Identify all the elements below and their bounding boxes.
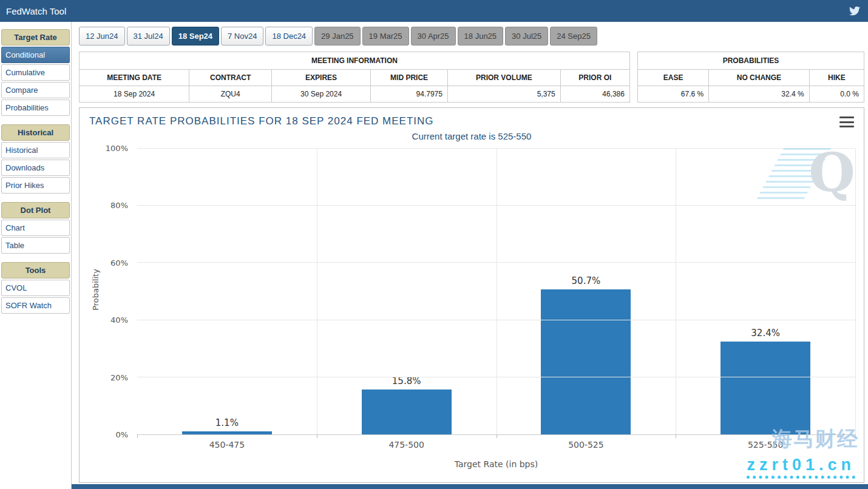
prob-value-0-0: 0.0 % [810,86,864,102]
sidebar-item-chart[interactable]: Chart [1,220,70,236]
meeting-information-value-row: 18 Sep 2024ZQU430 Sep 202494.79755,37546… [80,86,629,102]
plot-area: 1.1%15.8%50.7%32.4% [137,149,855,435]
chart-context-menu-icon[interactable] [839,116,854,127]
main-content: 12 Jun2431 Jul2418 Sep247 Nov2418 Dec242… [72,22,868,489]
y-tick-0: 0% [115,430,128,439]
sidebar-item-sofr-watch[interactable]: SOFR Watch [1,297,70,314]
y-axis-labels: 0%20%40%60%80%100% [86,149,133,435]
bar-500-525[interactable] [541,289,631,434]
sidebar-item-historical[interactable]: Historical [1,142,70,158]
y-tick-100: 100% [106,144,128,153]
bar-475-500[interactable] [362,390,452,434]
bar-value-label-450-475: 1.1% [137,417,317,428]
app-title: FedWatch Tool [6,6,66,16]
x-category-450-475: 450-475 [137,440,317,452]
meeting-tabs: 12 Jun2431 Jul2418 Sep247 Nov2418 Dec242… [79,27,864,46]
mi-header-mid-price: MID PRICE [371,70,448,86]
site-watermark-line1: 海马财经 [771,425,859,453]
site-watermark-line2: zzrt01.cn [747,456,855,479]
probabilities-header-row: EASENO CHANGEHIKE [638,70,864,86]
mi-header-prior-volume: PRIOR VOLUME [448,70,561,86]
mi-value-18-sep-2024: 18 Sep 2024 [80,86,189,102]
gridline-v [317,149,317,434]
prob-value-32-4: 32.4 % [709,86,810,102]
sidebar-header-tools: Tools [1,262,70,278]
sidebar-item-downloads[interactable]: Downloads [1,160,70,176]
sidebar-item-conditional[interactable]: Conditional [1,47,70,63]
meeting-information-title: MEETING INFORMATION [80,52,629,70]
sidebar-nav: Target RateConditionalCumulativeCompareP… [0,22,72,489]
tab-30-jul25[interactable]: 30 Jul25 [505,27,548,46]
sidebar-item-table[interactable]: Table [1,237,70,254]
mi-value-30-sep-2024: 30 Sep 2024 [272,86,371,102]
x-axis-category-labels: 450-475475-500500-525525-550 [137,440,855,452]
bar-value-label-525-550: 32.4% [676,328,855,339]
x-tick-mark [497,434,497,438]
tab-24-sep25[interactable]: 24 Sep25 [550,27,597,46]
chart-panel: TARGET RATE PROBABILITIES FOR 18 SEP 202… [79,107,864,483]
chart-subtitle: Current target rate is 525-550 [80,129,864,143]
probabilities-value-row: 67.6 %32.4 %0.0 % [638,86,864,102]
gridline-v [855,149,856,434]
x-tick-mark [317,434,317,438]
x-tick-mark [137,434,138,438]
prob-value-67-6: 67.6 % [638,86,709,102]
mi-value-46-386: 46,386 [561,86,629,102]
chart-body: Probability 0%20%40%60%80%100% 1.1%15.8%… [86,144,858,480]
info-tables-row: MEETING INFORMATION MEETING DATECONTRACT… [79,52,864,103]
tab-29-jan25[interactable]: 29 Jan25 [314,27,361,46]
prob-header-ease: EASE [638,70,709,86]
bar-value-label-500-525: 50.7% [497,275,676,286]
mi-value-5-375: 5,375 [448,86,561,102]
sidebar-item-cvol[interactable]: CVOL [1,280,70,296]
gridline-v [676,149,676,434]
sidebar-item-probabilities[interactable]: Probabilities [1,99,70,116]
mi-value-zqu4: ZQU4 [189,86,272,102]
y-tick-60: 60% [110,258,128,268]
top-bar: FedWatch Tool [0,0,868,22]
q-logo-watermark: Q [809,146,855,199]
y-tick-40: 40% [110,315,128,325]
y-tick-80: 80% [110,201,128,210]
probabilities-title: PROBABILITIES [638,52,864,70]
sidebar-header-target-rate: Target Rate [1,29,70,46]
twitter-icon[interactable] [847,4,862,18]
mi-value-94-7975: 94.7975 [371,86,448,102]
x-category-500-525: 500-525 [497,440,676,452]
sidebar-item-cumulative[interactable]: Cumulative [1,64,70,81]
tab-19-mar25[interactable]: 19 Mar25 [362,27,409,46]
y-tick-20: 20% [110,373,128,382]
mi-header-prior-oi: PRIOR OI [561,70,629,86]
tab-18-dec24[interactable]: 18 Dec24 [265,27,313,46]
gridline-v [497,149,497,434]
sidebar-header-historical: Historical [1,124,70,141]
prob-header-hike: HIKE [810,70,864,86]
tab-18-jun25[interactable]: 18 Jun25 [458,27,504,46]
tab-7-nov24[interactable]: 7 Nov24 [221,27,263,46]
tab-30-apr25[interactable]: 30 Apr25 [411,27,456,46]
bar-525-550[interactable] [721,342,810,434]
bar-450-475[interactable] [182,431,272,434]
tab-18-sep24[interactable]: 18 Sep24 [172,27,219,46]
prob-header-no-change: NO CHANGE [709,70,810,86]
meeting-information-header-row: MEETING DATECONTRACTEXPIRESMID PRICEPRIO… [80,70,629,86]
mi-header-contract: CONTRACT [189,70,272,86]
bar-slot-450-475: 1.1% [137,149,317,434]
probabilities-table: PROBABILITIES EASENO CHANGEHIKE 67.6 %32… [637,52,864,103]
tab-12-jun24[interactable]: 12 Jun24 [79,27,125,46]
bar-slot-475-500: 15.8% [317,149,497,434]
chart-title: TARGET RATE PROBABILITIES FOR 18 SEP 202… [89,115,434,127]
mi-header-expires: EXPIRES [272,70,371,86]
sidebar-item-prior-hikes[interactable]: Prior Hikes [1,177,70,194]
bar-slot-500-525: 50.7% [497,149,676,434]
sidebar-header-dot-plot: Dot Plot [1,202,70,218]
tab-31-jul24[interactable]: 31 Jul24 [127,27,170,46]
meeting-information-table: MEETING INFORMATION MEETING DATECONTRACT… [79,52,630,103]
x-category-475-500: 475-500 [317,440,497,452]
mi-header-meeting-date: MEETING DATE [80,70,189,86]
sidebar-item-compare[interactable]: Compare [1,82,70,98]
x-tick-mark [676,434,676,438]
footer-bar [72,484,868,489]
